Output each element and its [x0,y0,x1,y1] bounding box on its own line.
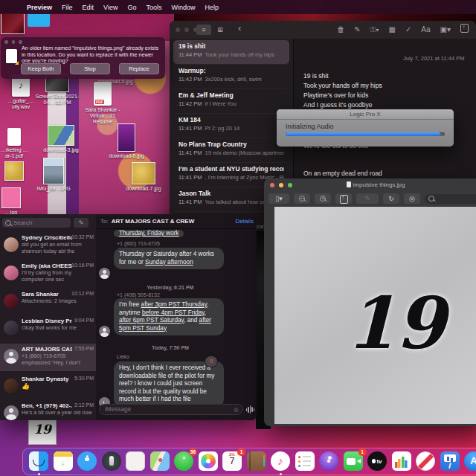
desktop-file-marketing-pdf[interactable]: …rketing …ar-1.pdf [0,128,28,181]
dock-contacts-icon[interactable] [247,451,266,471]
notes-view-segmented[interactable]: ≡ ⊞ [196,25,228,35]
music-note-icon: ♪ [19,80,24,91]
file-warning-icon [6,49,17,63]
dock-appstore-icon[interactable]: A 5 [464,451,476,471]
gallery-view-icon[interactable]: ⊞ [213,25,228,35]
note-list-item[interactable]: 19 is shit 11:44 PMTook your hands off m… [173,40,289,64]
desktop-file-download8[interactable]: download-8.jpg [106,123,147,159]
desktop-file-screenshot[interactable]: Screen Shot 2021-04…:50 PM [34,74,80,106]
note-list-item[interactable]: Warmup: 11:42 PM3x200s kick, drill, swim [173,64,289,89]
menu-window[interactable]: Window [171,4,195,11]
dock-maps-icon[interactable] [150,451,170,471]
pdf-tag: PDF [95,100,104,104]
menu-go[interactable]: Go [127,4,136,11]
avatar [4,266,19,280]
imessage-input[interactable]: iMessage ☺ [99,404,243,415]
menu-help[interactable]: Help [205,4,219,11]
dock-numbers-icon[interactable] [392,451,411,471]
sidebar-toggle-icon[interactable]: ▯▾ [268,193,289,204]
replace-button[interactable]: Replace [119,63,159,74]
menu-tools[interactable]: Tools [146,4,161,11]
desktop-file-pink-jpg[interactable]: …jpg [0,187,22,216]
zoom-out-icon[interactable]: − [294,193,310,204]
compose-icon[interactable]: ✎ [354,24,360,36]
search-input[interactable]: Search [2,218,71,228]
dock-calendar-icon[interactable]: JUL 7 1 [222,451,242,471]
details-button[interactable]: Details [236,214,254,228]
table-icon[interactable]: ▦ [388,24,395,36]
media-icon[interactable]: ▣▾ [440,24,451,36]
dock-messages-icon[interactable]: 36 [174,451,193,471]
trash-icon[interactable]: 🗑 [337,24,344,36]
menu-preview[interactable]: Preview [27,4,52,11]
dock-reminders-icon[interactable] [295,451,315,471]
note-list-item[interactable]: KM 184 11:41 PMPt 2: pg 20 14 [173,113,289,138]
checklist-icon[interactable]: ✓ [405,24,411,36]
conversation-row-selected[interactable]: ART MAJORS CAST.... 7:55 PM +1 (860) 719… [0,344,96,371]
conversation-row[interactable]: Sara Shankar 10:12 PM Attachments: 2 Ima… [0,289,96,316]
share-icon[interactable] [460,24,469,36]
audio-message-icon[interactable] [246,405,255,414]
dock-keynote-icon[interactable] [440,451,460,471]
desktop-photo-file[interactable] [0,13,25,34]
conversation-row[interactable]: Lesbian Disney Prin... 9:04 PM Okay that… [0,315,96,343]
dock-launchpad-icon[interactable] [102,451,121,471]
avatar [4,379,19,393]
dock-safari-icon[interactable] [77,451,97,471]
conversation-row[interactable]: Sydney Criscitiello 10:32 PM did you get… [0,232,96,260]
dock-music-icon[interactable]: ♪ [271,451,290,471]
compose-icon[interactable]: ✎ [74,218,89,228]
format-icon[interactable]: Aa [421,24,430,36]
lock-icon[interactable]: ⚿▾ [370,24,379,36]
list-view-icon[interactable]: ≡ [196,25,211,35]
image-19: 19 [346,281,446,365]
rotate-icon[interactable]: ↻ [383,193,399,204]
desktop-file-download7[interactable]: download-7.jpg [122,162,165,192]
note-list-item[interactable]: Em & Jeff Meeting 11:42 PMif I Were You [173,89,289,113]
window-title: impulsive things.jpg [264,181,476,188]
avatar [4,349,19,364]
menu-view[interactable]: View [103,4,118,11]
sender-label: Lieko [117,354,129,359]
dock-photo-file-icon[interactable] [126,451,145,471]
dock-facetime-icon[interactable]: 1 [344,451,363,471]
markup-pencil-icon[interactable]: ✎ [356,193,379,204]
notes-traffic-lights[interactable] [176,28,198,32]
zoom-in-icon[interactable]: + [315,193,331,204]
dock-news-icon[interactable] [416,451,435,471]
desktop-file-download3[interactable]: download-3.jpg [39,125,83,153]
conversation-row[interactable]: Ben, +1 (979) 402-... 2:12 PM He’s a bit… [0,400,96,420]
avatar [4,405,19,420]
dialog-traffic-lights [4,40,22,44]
conversation-row[interactable]: Shankar Dynasty 5:30 PM 👍 [0,373,96,401]
stop-button[interactable]: Stop [70,63,110,74]
conversation-row[interactable]: Emily (aka CHEESE).. 10:16 PM I’ll try c… [0,260,96,288]
image-canvas[interactable]: 19 [274,207,476,424]
keep-both-button[interactable]: Keep Both [21,63,61,74]
dock-photos-icon[interactable] [199,451,218,471]
file-label: download-8.jpg [106,153,147,159]
emoji-icon[interactable]: ☺ [233,406,239,414]
notes-titlebar[interactable]: ≡ ⊞ ‹ 🗑 ✎ ⚿▾ ▦ ✓ Aa ▣▾ [170,21,476,39]
desktop-file-resume-pdf[interactable]: PDF Sara Shankar - Virtual…21 Resume [80,82,125,125]
desktop-screen: ♪ …guitar_…olly.wav Screen Shot 2021-04…… [0,0,476,476]
menu-file[interactable]: File [62,4,73,11]
dock-podcasts-icon[interactable] [319,451,338,471]
dock-notes-icon[interactable] [54,451,73,471]
logic-pro-dialog: Logic Pro X Initializing Audio [277,109,454,147]
dock-appletv-icon[interactable]: tv [367,451,387,471]
replace-file-dialog: An older item named “impulsive things.pn… [1,37,165,79]
menu-edit[interactable]: Edit [83,4,94,11]
desktop-file-img3974[interactable]: IMG_39…JPG [34,158,73,192]
back-chevron-icon[interactable]: ‹ [238,22,241,33]
dock-finder-icon[interactable] [29,451,48,471]
search-icon [428,196,434,202]
avatar [4,237,19,252]
preview-search-input[interactable] [425,194,476,204]
dialog-message: An older item named “impulsive things.pn… [22,45,161,65]
file-label: …rketing …ar-1.pdf [0,147,28,159]
note-list-item[interactable]: No Plans Trap Country 11:41 PM19 mix dem… [173,138,289,162]
tapback-exclamation[interactable]: ‼ [205,356,218,367]
share-icon[interactable] [335,193,352,204]
markup-circle-icon[interactable]: ◎ [404,193,420,204]
